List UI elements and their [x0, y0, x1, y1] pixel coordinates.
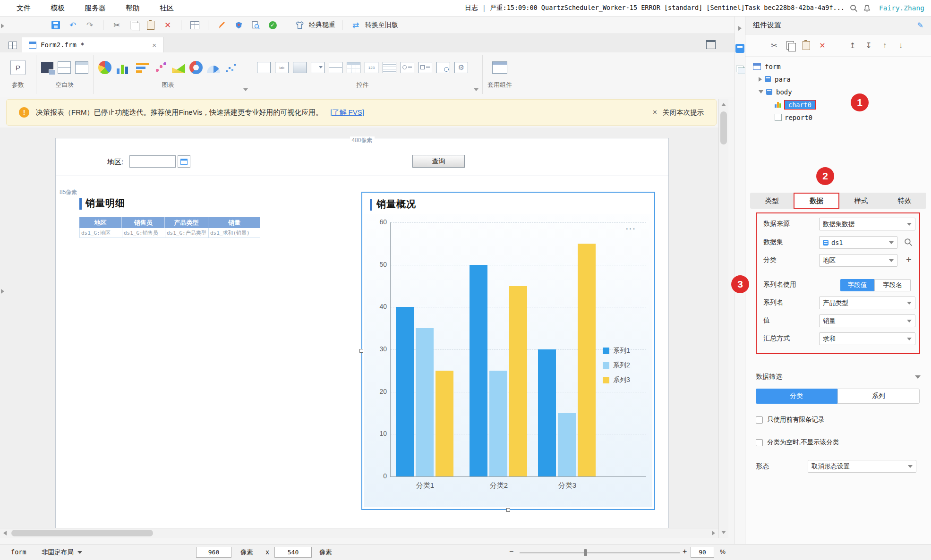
theme-button[interactable]: [292, 18, 307, 32]
limit-records-checkbox[interactable]: [756, 416, 763, 424]
table-header-cell[interactable]: 地区: [79, 217, 122, 228]
edit-pencil-icon[interactable]: ✎: [917, 21, 923, 30]
series-mode-field-name-button[interactable]: 字段名: [874, 279, 911, 291]
calendar-widget-icon[interactable]: [347, 62, 360, 73]
user-name[interactable]: Fairy.Zhang: [879, 4, 924, 12]
tab-data[interactable]: 数据: [794, 193, 839, 209]
zoom-out-button[interactable]: −: [509, 547, 513, 556]
right-panel-collapse-icon[interactable]: [738, 26, 742, 31]
delete-button[interactable]: ✕: [160, 18, 175, 32]
scatter-chart-icon[interactable]: [154, 61, 168, 74]
cut-button[interactable]: ✂: [766, 38, 782, 52]
table-data-cell[interactable]: ds1_求和(销量): [208, 228, 260, 238]
pie-chart-icon[interactable]: [98, 61, 111, 74]
layers-strip-icon[interactable]: [736, 66, 743, 72]
data-filter-header[interactable]: 数据筛选: [756, 373, 921, 381]
left-panel-expand-icon[interactable]: [1, 289, 4, 294]
vertical-scrollbar[interactable]: [718, 99, 728, 538]
preview-button[interactable]: [248, 18, 263, 32]
scroll-down-icon[interactable]: [721, 531, 726, 534]
zoom-slider-thumb[interactable]: [584, 549, 587, 556]
design-canvas[interactable]: 480像素 85像素 地区: 查询 销量明细 地区 销售员 产品类型: [0, 127, 718, 528]
tree-node-para[interactable]: para: [745, 73, 931, 85]
area-chart-icon[interactable]: [172, 61, 185, 74]
widget-group-expand-icon[interactable]: [474, 88, 478, 91]
absolute-block-icon[interactable]: [41, 62, 53, 73]
banner-close-icon[interactable]: ×: [653, 108, 657, 117]
move-down-button[interactable]: ↓: [893, 38, 909, 52]
window-arrange-icon[interactable]: [706, 40, 716, 49]
delete-button[interactable]: ✕: [814, 38, 830, 52]
region-input[interactable]: [129, 155, 176, 168]
horizontal-scrollbar[interactable]: [0, 528, 718, 538]
zoom-slider[interactable]: [520, 552, 680, 553]
chart-component-selected[interactable]: 销量概况 ··· 0102030405060分类1分类2分类3 系列1系列2系列…: [361, 192, 655, 510]
menu-file[interactable]: 文件: [7, 4, 41, 13]
tab-effect[interactable]: 特效: [883, 193, 926, 209]
checkbox-widget-icon[interactable]: [419, 62, 432, 73]
save-button[interactable]: [48, 18, 63, 32]
left-panel-expand-icon[interactable]: [1, 24, 4, 28]
tab-form2[interactable]: Form2.frm * ×: [22, 37, 163, 52]
convert-label[interactable]: 转换至旧版: [365, 21, 398, 29]
convert-icon[interactable]: ⇄: [348, 18, 363, 32]
paste-button[interactable]: [798, 38, 814, 52]
tab-close-icon[interactable]: ×: [140, 41, 156, 49]
bar-chart-icon[interactable]: [135, 60, 150, 75]
tab-style[interactable]: 样式: [839, 193, 883, 209]
scroll-left-icon[interactable]: [3, 531, 7, 535]
zoom-input[interactable]: [691, 547, 714, 558]
tab-type[interactable]: 类型: [750, 193, 794, 209]
theme-label[interactable]: 经典稳重: [309, 21, 335, 29]
expand-open-icon[interactable]: [759, 90, 763, 93]
format-brush-button[interactable]: [214, 18, 229, 32]
resize-handle-bottom[interactable]: [506, 508, 510, 512]
table-data-cell[interactable]: ds1_G:销售员: [122, 228, 165, 238]
menu-community[interactable]: 社区: [150, 4, 184, 13]
table-header-cell[interactable]: 产品类型: [165, 217, 208, 228]
reuse-component-icon[interactable]: [492, 61, 507, 74]
tree-node-chart0[interactable]: chart0: [745, 98, 931, 111]
tree-node-form[interactable]: form: [745, 60, 931, 73]
point-chart-icon[interactable]: [224, 61, 238, 74]
series-name-select[interactable]: 产品类型: [819, 297, 915, 309]
canvas-width-input[interactable]: [196, 547, 231, 558]
tab-block-icon[interactable]: [58, 61, 71, 74]
table-insert-button[interactable]: [187, 18, 202, 32]
style-guard-button[interactable]: [231, 18, 246, 32]
scroll-right-icon[interactable]: [712, 531, 715, 535]
move-to-top-button[interactable]: ↥: [845, 38, 861, 52]
resize-handle-left[interactable]: [359, 349, 363, 353]
parameter-pane-button[interactable]: P: [10, 60, 26, 75]
paste-button[interactable]: [143, 18, 158, 32]
layout-mode-select[interactable]: 非固定布局: [42, 548, 82, 557]
hide-empty-category-checkbox[interactable]: [756, 439, 763, 446]
undo-button[interactable]: ↶: [65, 18, 80, 32]
column-chart-icon[interactable]: [116, 60, 131, 75]
validate-button[interactable]: ✓: [265, 18, 280, 32]
copy-button[interactable]: [782, 38, 798, 52]
tree-node-report0[interactable]: report0: [745, 111, 931, 124]
table-data-cell[interactable]: ds1_G:产品类型: [165, 228, 208, 238]
region-picker-button[interactable]: [178, 155, 190, 168]
log-link[interactable]: 日志: [465, 4, 478, 12]
textarea-widget-icon[interactable]: [383, 62, 396, 73]
split-widget-icon[interactable]: [329, 62, 342, 73]
button-widget-icon[interactable]: [293, 62, 307, 73]
label-widget-icon[interactable]: [275, 62, 289, 73]
add-category-icon[interactable]: +: [906, 255, 912, 265]
number-widget-icon[interactable]: [365, 62, 378, 73]
form-sheet[interactable]: 480像素 85像素 地区: 查询 销量明细 地区 销售员 产品类型: [55, 138, 669, 528]
zoom-in-button[interactable]: +: [683, 547, 687, 556]
data-source-select[interactable]: 数据集数据: [819, 218, 915, 230]
parameter-pane[interactable]: 地区: 查询: [56, 138, 668, 176]
menu-server[interactable]: 服务器: [75, 4, 116, 13]
shape-select[interactable]: 取消形态设置: [808, 460, 916, 473]
query-button[interactable]: 查询: [412, 155, 465, 168]
banner-close-label[interactable]: 关闭本次提示: [663, 108, 704, 117]
category-select[interactable]: 地区: [819, 254, 897, 267]
horizontal-scroll-thumb[interactable]: [11, 530, 153, 536]
expand-closed-icon[interactable]: [759, 77, 762, 82]
combobox-widget-icon[interactable]: [311, 62, 325, 73]
menu-help[interactable]: 帮助: [116, 4, 150, 13]
